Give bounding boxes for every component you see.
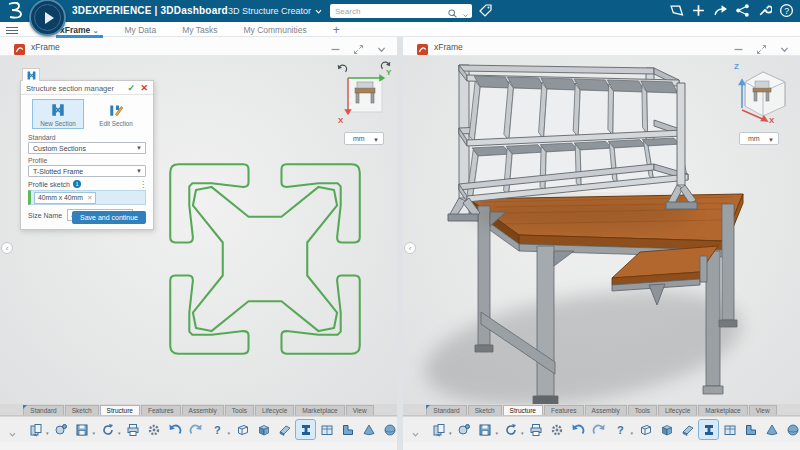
actionbar-collapse-icon[interactable] — [8, 425, 17, 443]
panel-icon[interactable] — [275, 420, 294, 439]
edit-section-button[interactable]: Edit Section — [90, 99, 142, 129]
sketch-selection-chip[interactable]: 40mm x 40mm✕ — [34, 192, 96, 204]
ribbon-tab-standard[interactable]: Standard — [23, 405, 63, 415]
bracket-icon[interactable] — [338, 420, 357, 439]
update-icon[interactable] — [501, 420, 520, 439]
profile-sketch-field[interactable]: 40mm x 40mm✕ — [28, 190, 146, 205]
chip-remove-icon[interactable]: ✕ — [87, 194, 92, 202]
undo-icon[interactable] — [569, 420, 588, 439]
panel-edge-collapse-handle[interactable]: ‹ — [404, 242, 416, 254]
add-content-icon[interactable] — [691, 3, 706, 18]
ribbon-tab-standard[interactable]: Standard — [426, 405, 466, 415]
paste-icon[interactable] — [26, 420, 45, 439]
search-icon[interactable] — [447, 8, 458, 19]
save-dropdown-caret[interactable]: ▾ — [93, 430, 96, 436]
ribbon-tab-features[interactable]: Features — [544, 405, 584, 415]
units-select[interactable]: mm▼ — [739, 132, 779, 145]
orientation-cube-widget[interactable]: Z X — [733, 64, 793, 128]
ribbon-tab-lifecycle[interactable]: Lifecycle — [255, 405, 294, 415]
nav-tab-my-tasks[interactable]: My Tasks — [182, 22, 217, 37]
cone-icon[interactable] — [359, 420, 378, 439]
dialog-tab-icon[interactable] — [22, 68, 40, 81]
redo-icon[interactable] — [590, 420, 609, 439]
tag-navigator-icon[interactable] — [478, 3, 494, 19]
minimize-icon[interactable] — [330, 41, 341, 52]
paste-dropdown-caret[interactable]: ▾ — [46, 430, 49, 436]
frame-window-icon[interactable] — [720, 420, 739, 439]
ribbon-tab-structure[interactable]: Structure — [100, 405, 140, 415]
panel-edge-collapse-handle[interactable]: ‹ — [1, 242, 13, 254]
print-icon[interactable] — [124, 420, 143, 439]
help-dropdown-caret[interactable]: ▾ — [228, 430, 231, 436]
save-icon[interactable] — [73, 420, 92, 439]
ribbon-tab-marketplace[interactable]: Marketplace — [295, 405, 344, 415]
frame-box-icon[interactable] — [636, 420, 655, 439]
nav-tab-xframe[interactable]: xFrame ⌄ — [60, 22, 99, 37]
manipulate-icon[interactable] — [455, 420, 474, 439]
ribbon-tab-tools[interactable]: Tools — [628, 405, 657, 415]
help-circle-icon[interactable] — [779, 3, 794, 18]
search-input[interactable] — [335, 5, 435, 17]
expand-icon[interactable] — [756, 41, 767, 52]
beam-icon[interactable] — [699, 420, 718, 439]
units-select[interactable]: mm▼ — [344, 132, 384, 145]
solid-cube-icon[interactable] — [657, 420, 676, 439]
cone-icon[interactable] — [762, 420, 781, 439]
collapse-chevron-icon[interactable] — [779, 41, 790, 52]
orientation-widget[interactable]: Y X — [340, 70, 396, 128]
frame-window-icon[interactable] — [317, 420, 336, 439]
standard-select[interactable]: Custom Sections▼ — [28, 142, 146, 154]
bracket-icon[interactable] — [741, 420, 760, 439]
close-icon[interactable]: ✕ — [140, 83, 148, 93]
update-dropdown-caret[interactable]: ▾ — [118, 430, 121, 436]
settings-gear-icon[interactable] — [548, 420, 567, 439]
profile-select[interactable]: T-Slotted Frame▼ — [28, 165, 146, 177]
ribbon-tab-lifecycle[interactable]: Lifecycle — [658, 405, 697, 415]
collapse-chevron-icon[interactable] — [376, 41, 387, 52]
ribbon-tab-tools[interactable]: Tools — [225, 405, 254, 415]
3dexperience-compass[interactable] — [29, 0, 66, 36]
ribbon-tab-assembly[interactable]: Assembly — [585, 405, 627, 415]
actionbar-collapse-icon[interactable] — [411, 425, 420, 443]
ribbon-tab-features[interactable]: Features — [141, 405, 181, 415]
settings-gear-icon[interactable] — [145, 420, 164, 439]
help-icon[interactable] — [208, 420, 227, 439]
profile-sketch[interactable] — [162, 156, 368, 362]
expand-icon[interactable] — [353, 41, 364, 52]
share-arrow-icon[interactable] — [713, 3, 728, 18]
minimize-icon[interactable] — [733, 41, 744, 52]
save-and-continue-button[interactable]: Save and continue — [72, 211, 146, 224]
ribbon-tab-sketch[interactable]: Sketch — [468, 405, 502, 415]
share-network-icon[interactable] — [735, 3, 750, 18]
sphere-icon[interactable] — [380, 420, 399, 439]
print-icon[interactable] — [527, 420, 546, 439]
ribbon-tab-structure[interactable]: Structure — [503, 405, 543, 415]
help-dropdown-caret[interactable]: ▾ — [631, 430, 634, 436]
sketch-viewport[interactable]: Structure section manager ✓ ✕ New Sectio… — [0, 56, 397, 404]
update-icon[interactable] — [98, 420, 117, 439]
nav-tab-my-communities[interactable]: My Communities — [243, 22, 306, 37]
update-dropdown-caret[interactable]: ▾ — [521, 430, 524, 436]
ribbon-tab-marketplace[interactable]: Marketplace — [698, 405, 747, 415]
ribbon-tab-view[interactable]: View — [749, 405, 777, 415]
beam-icon[interactable] — [296, 420, 315, 439]
help-icon[interactable] — [611, 420, 630, 439]
ribbon-tab-assembly[interactable]: Assembly — [182, 405, 224, 415]
add-tab-button[interactable]: + — [333, 22, 340, 37]
model-viewport[interactable]: Z X mm▼ ‹ — [403, 56, 800, 404]
notifications-icon[interactable] — [669, 3, 684, 18]
solid-cube-icon[interactable] — [254, 420, 273, 439]
hamburger-menu-icon[interactable] — [6, 25, 18, 34]
undo-icon[interactable] — [166, 420, 185, 439]
paste-dropdown-caret[interactable]: ▾ — [449, 430, 452, 436]
save-dropdown-caret[interactable]: ▾ — [496, 430, 499, 436]
save-icon[interactable] — [476, 420, 495, 439]
nav-tab-my-data[interactable]: My Data — [125, 22, 157, 37]
ribbon-tab-sketch[interactable]: Sketch — [65, 405, 99, 415]
new-section-button[interactable]: New Section — [32, 99, 84, 129]
tools-icon[interactable] — [757, 3, 772, 18]
paste-icon[interactable] — [429, 420, 448, 439]
confirm-check-icon[interactable]: ✓ — [127, 83, 135, 93]
panel-icon[interactable] — [678, 420, 697, 439]
manipulate-icon[interactable] — [52, 420, 71, 439]
